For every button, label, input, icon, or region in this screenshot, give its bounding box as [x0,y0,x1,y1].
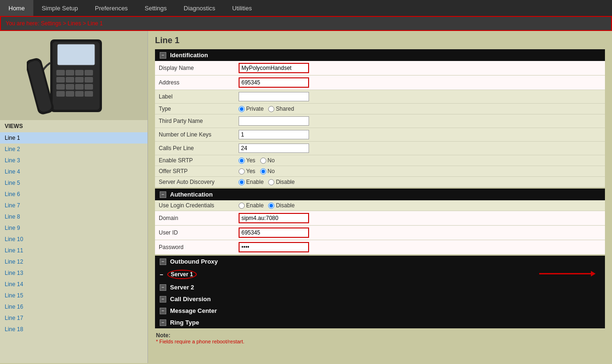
use-login-disable-label[interactable]: Disable [268,202,294,209]
display-name-label: Display Name [155,61,235,76]
userid-label: User ID [155,226,235,240]
svg-rect-13 [75,84,84,90]
collapse-message-center-icon[interactable]: − [160,308,166,314]
svg-rect-3 [56,70,65,76]
offer-srtp-yes-label[interactable]: Yes [239,168,256,174]
svg-rect-16 [66,91,74,97]
sidebar: VIEWS Line 1Line 2Line 3Line 4Line 5Line… [0,31,148,363]
identification-table: Display Name Address Label Type Private [155,61,605,188]
collapse-identification-icon[interactable]: − [160,52,166,59]
svg-rect-12 [66,84,74,90]
sidebar-item-line-13[interactable]: Line 13 [0,267,147,279]
note-text: * Fields require a phone reboot/restart. [156,339,604,344]
enable-srtp-yes-label[interactable]: Yes [239,157,256,164]
num-line-keys-row: Number of Line Keys [155,128,605,142]
svg-rect-17 [75,91,84,97]
offer-srtp-no-radio[interactable] [260,168,266,174]
call-diversion-header[interactable]: − Call Diversion [155,293,605,305]
enable-srtp-row: Enable SRTP Yes No [155,155,605,166]
svg-rect-9 [75,77,84,83]
server1-label: Server 1 [167,270,197,279]
enable-srtp-no-radio[interactable] [260,158,266,164]
sidebar-item-line-8[interactable]: Line 8 [0,211,147,222]
svg-rect-20 [27,60,53,113]
sidebar-item-line-5[interactable]: Line 5 [0,177,147,189]
collapse-call-diversion-icon[interactable]: − [160,296,166,303]
server-auto-disable-radio[interactable] [268,179,274,185]
nav-diagnostics[interactable]: Diagnostics [175,0,224,16]
userid-input[interactable] [239,228,309,238]
sidebar-item-line-6[interactable]: Line 6 [0,189,147,200]
phone-image [0,31,147,120]
use-login-disable-radio[interactable] [268,203,274,209]
sidebar-item-line-18[interactable]: Line 18 [0,324,147,335]
type-private-label[interactable]: Private [239,106,263,112]
collapse-outbound-proxy-icon[interactable]: − [160,258,166,265]
sidebar-item-line-17[interactable]: Line 17 [0,312,147,324]
nav-preferences[interactable]: Preferences [86,0,136,16]
nav-home[interactable]: Home [0,0,33,16]
sidebar-item-line-7[interactable]: Line 7 [0,200,147,211]
offer-srtp-no-text: No [268,168,275,174]
sidebar-item-line-11[interactable]: Line 11 [0,245,147,256]
server-auto-group: Enable Disable [239,179,601,185]
sidebar-item-line-16[interactable]: Line 16 [0,301,147,312]
svg-rect-5 [75,70,84,76]
nav-settings[interactable]: Settings [136,0,175,16]
authentication-header[interactable]: − Authentication [155,189,605,200]
sidebar-item-line-10[interactable]: Line 10 [0,234,147,245]
label-input[interactable] [239,92,309,101]
sidebar-item-line-4[interactable]: Line 4 [0,166,147,177]
ring-type-header[interactable]: − Ring Type [155,317,605,328]
collapse-ring-type-icon[interactable]: − [160,319,166,326]
server-auto-enable-label[interactable]: Enable [239,179,263,185]
password-label: Password [155,240,235,255]
svg-rect-4 [66,70,74,76]
use-login-enable-radio[interactable] [239,203,245,209]
svg-marker-22 [591,271,596,277]
password-input[interactable] [239,242,309,252]
sidebar-item-line-15[interactable]: Line 15 [0,290,147,301]
nav-utilities[interactable]: Utilities [224,0,260,16]
server1-header[interactable]: − Server 1 [155,267,605,281]
third-party-row: Third Party Name [155,114,605,128]
calls-per-line-input[interactable] [239,144,309,153]
collapse-server1-icon[interactable]: − [160,271,163,278]
collapse-authentication-icon[interactable]: − [160,191,166,198]
type-shared-radio[interactable] [268,106,274,112]
type-radio-group: Private Shared [239,106,601,112]
domain-input[interactable] [239,213,309,223]
use-login-group: Enable Disable [239,202,601,209]
use-login-enable-label[interactable]: Enable [239,202,263,209]
offer-srtp-no-label[interactable]: No [260,168,275,174]
server-auto-enable-radio[interactable] [239,179,245,185]
enable-srtp-yes-text: Yes [246,157,256,164]
sidebar-item-line-2[interactable]: Line 2 [0,144,147,155]
enable-srtp-no-label[interactable]: No [260,157,275,164]
display-name-input[interactable] [239,63,309,73]
sidebar-item-line-3[interactable]: Line 3 [0,155,147,166]
message-center-header[interactable]: − Message Center [155,305,605,317]
server2-header[interactable]: − Server 2 [155,281,605,293]
outbound-proxy-header[interactable]: − Outbound Proxy [155,256,605,267]
nav-simple-setup[interactable]: Simple Setup [33,0,86,16]
sidebar-item-line-1[interactable]: Line 1 [0,132,147,144]
sidebar-item-line-9[interactable]: Line 9 [0,222,147,234]
type-private-radio[interactable] [239,106,245,112]
enable-srtp-label: Enable SRTP [155,155,235,166]
message-center-label: Message Center [170,307,217,314]
offer-srtp-yes-radio[interactable] [239,168,245,174]
sidebar-item-line-14[interactable]: Line 14 [0,279,147,290]
num-line-keys-input[interactable] [239,130,309,139]
top-navigation: Home Simple Setup Preferences Settings D… [0,0,612,16]
type-shared-label[interactable]: Shared [268,106,294,112]
server-auto-disable-label[interactable]: Disable [268,179,294,185]
address-input[interactable] [239,77,309,88]
sidebar-item-line-12[interactable]: Line 12 [0,256,147,267]
authentication-label: Authentication [170,191,213,198]
collapse-server2-icon[interactable]: − [160,284,166,291]
third-party-input[interactable] [239,116,309,126]
identification-header[interactable]: − Identification [155,49,605,61]
enable-srtp-yes-radio[interactable] [239,158,245,164]
server2-label: Server 2 [170,284,194,291]
